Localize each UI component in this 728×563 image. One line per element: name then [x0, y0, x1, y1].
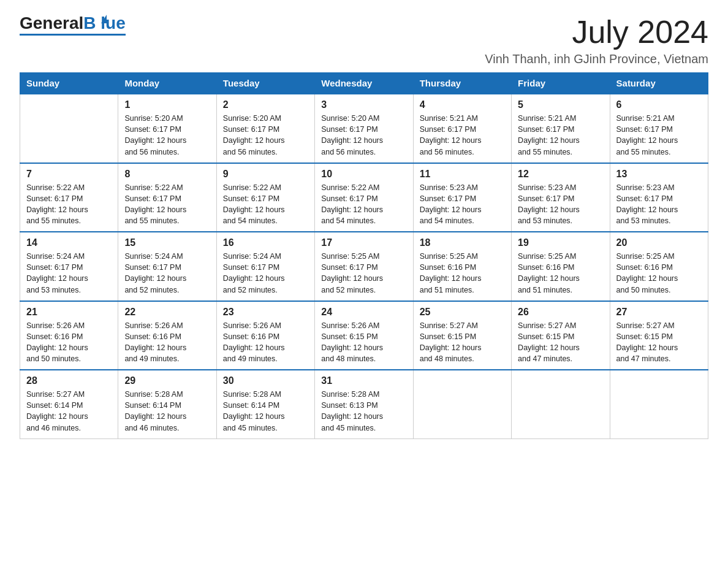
day-info: Sunrise: 5:26 AM Sunset: 6:16 PM Dayligh… — [124, 320, 210, 365]
day-info: Sunrise: 5:20 AM Sunset: 6:17 PM Dayligh… — [124, 113, 210, 158]
weekday-header-saturday: Saturday — [610, 73, 708, 94]
week-row-5: 28Sunrise: 5:27 AM Sunset: 6:14 PM Dayli… — [20, 370, 708, 439]
day-number: 1 — [124, 99, 210, 110]
day-info: Sunrise: 5:27 AM Sunset: 6:15 PM Dayligh… — [420, 320, 505, 365]
month-title: July 2024 — [485, 15, 708, 50]
calendar-cell: 11Sunrise: 5:23 AM Sunset: 6:17 PM Dayli… — [413, 163, 511, 232]
weekday-header-tuesday: Tuesday — [216, 73, 314, 94]
calendar-cell — [413, 370, 511, 439]
weekday-header-monday: Monday — [118, 73, 216, 94]
calendar-cell: 27Sunrise: 5:27 AM Sunset: 6:15 PM Dayli… — [610, 301, 708, 370]
day-number: 29 — [124, 375, 210, 386]
day-info: Sunrise: 5:25 AM Sunset: 6:17 PM Dayligh… — [321, 251, 406, 296]
day-number: 10 — [321, 169, 406, 180]
day-number: 27 — [616, 307, 702, 318]
calendar-cell: 6Sunrise: 5:21 AM Sunset: 6:17 PM Daylig… — [610, 94, 708, 163]
calendar-cell: 12Sunrise: 5:23 AM Sunset: 6:17 PM Dayli… — [512, 163, 610, 232]
day-info: Sunrise: 5:21 AM Sunset: 6:17 PM Dayligh… — [420, 113, 505, 158]
day-number: 6 — [616, 99, 702, 110]
day-number: 16 — [223, 237, 308, 248]
day-info: Sunrise: 5:23 AM Sunset: 6:17 PM Dayligh… — [420, 182, 505, 227]
day-number: 20 — [616, 237, 702, 248]
day-number: 11 — [420, 169, 505, 180]
week-row-2: 7Sunrise: 5:22 AM Sunset: 6:17 PM Daylig… — [20, 163, 708, 232]
calendar-cell: 5Sunrise: 5:21 AM Sunset: 6:17 PM Daylig… — [512, 94, 610, 163]
day-number: 5 — [518, 99, 603, 110]
calendar-cell: 4Sunrise: 5:21 AM Sunset: 6:17 PM Daylig… — [413, 94, 511, 163]
calendar-cell: 31Sunrise: 5:28 AM Sunset: 6:13 PM Dayli… — [315, 370, 413, 439]
weekday-header-thursday: Thursday — [413, 73, 511, 94]
calendar-table: SundayMondayTuesdayWednesdayThursdayFrid… — [20, 72, 708, 439]
day-info: Sunrise: 5:28 AM Sunset: 6:14 PM Dayligh… — [223, 389, 308, 434]
day-number: 13 — [616, 169, 702, 180]
calendar-cell — [512, 370, 610, 439]
day-number: 14 — [26, 237, 112, 248]
day-info: Sunrise: 5:28 AM Sunset: 6:13 PM Dayligh… — [321, 389, 406, 434]
calendar-cell: 20Sunrise: 5:25 AM Sunset: 6:16 PM Dayli… — [610, 232, 708, 301]
day-info: Sunrise: 5:26 AM Sunset: 6:15 PM Dayligh… — [321, 320, 406, 365]
day-number: 17 — [321, 237, 406, 248]
day-info: Sunrise: 5:27 AM Sunset: 6:14 PM Dayligh… — [26, 389, 112, 434]
day-info: Sunrise: 5:25 AM Sunset: 6:16 PM Dayligh… — [616, 251, 702, 296]
calendar-cell: 23Sunrise: 5:26 AM Sunset: 6:16 PM Dayli… — [216, 301, 314, 370]
calendar-cell — [610, 370, 708, 439]
day-info: Sunrise: 5:25 AM Sunset: 6:16 PM Dayligh… — [420, 251, 505, 296]
day-number: 18 — [420, 237, 505, 248]
day-number: 23 — [223, 307, 308, 318]
day-info: Sunrise: 5:23 AM Sunset: 6:17 PM Dayligh… — [518, 182, 603, 227]
calendar-cell: 17Sunrise: 5:25 AM Sunset: 6:17 PM Dayli… — [315, 232, 413, 301]
day-number: 12 — [518, 169, 603, 180]
calendar-cell: 18Sunrise: 5:25 AM Sunset: 6:16 PM Dayli… — [413, 232, 511, 301]
calendar-cell: 25Sunrise: 5:27 AM Sunset: 6:15 PM Dayli… — [413, 301, 511, 370]
day-info: Sunrise: 5:22 AM Sunset: 6:17 PM Dayligh… — [223, 182, 308, 227]
calendar-cell: 1Sunrise: 5:20 AM Sunset: 6:17 PM Daylig… — [118, 94, 216, 163]
calendar-cell: 24Sunrise: 5:26 AM Sunset: 6:15 PM Dayli… — [315, 301, 413, 370]
day-info: Sunrise: 5:26 AM Sunset: 6:16 PM Dayligh… — [223, 320, 308, 365]
day-info: Sunrise: 5:28 AM Sunset: 6:14 PM Dayligh… — [124, 389, 210, 434]
week-row-4: 21Sunrise: 5:26 AM Sunset: 6:16 PM Dayli… — [20, 301, 708, 370]
logo-text: GeneralB lue — [20, 15, 126, 32]
weekday-header-wednesday: Wednesday — [315, 73, 413, 94]
day-number: 15 — [124, 237, 210, 248]
day-number: 7 — [26, 169, 112, 180]
day-number: 19 — [518, 237, 603, 248]
calendar-cell: 22Sunrise: 5:26 AM Sunset: 6:16 PM Dayli… — [118, 301, 216, 370]
calendar-cell: 26Sunrise: 5:27 AM Sunset: 6:15 PM Dayli… — [512, 301, 610, 370]
day-info: Sunrise: 5:24 AM Sunset: 6:17 PM Dayligh… — [26, 251, 112, 296]
calendar-cell: 2Sunrise: 5:20 AM Sunset: 6:17 PM Daylig… — [216, 94, 314, 163]
calendar-cell: 8Sunrise: 5:22 AM Sunset: 6:17 PM Daylig… — [118, 163, 216, 232]
calendar-cell: 30Sunrise: 5:28 AM Sunset: 6:14 PM Dayli… — [216, 370, 314, 439]
calendar-cell: 9Sunrise: 5:22 AM Sunset: 6:17 PM Daylig… — [216, 163, 314, 232]
day-info: Sunrise: 5:22 AM Sunset: 6:17 PM Dayligh… — [26, 182, 112, 227]
day-number: 31 — [321, 375, 406, 386]
calendar-cell: 15Sunrise: 5:24 AM Sunset: 6:17 PM Dayli… — [118, 232, 216, 301]
day-number: 24 — [321, 307, 406, 318]
calendar-cell: 13Sunrise: 5:23 AM Sunset: 6:17 PM Dayli… — [610, 163, 708, 232]
day-info: Sunrise: 5:21 AM Sunset: 6:17 PM Dayligh… — [518, 113, 603, 158]
day-info: Sunrise: 5:27 AM Sunset: 6:15 PM Dayligh… — [616, 320, 702, 365]
day-info: Sunrise: 5:22 AM Sunset: 6:17 PM Dayligh… — [124, 182, 210, 227]
day-info: Sunrise: 5:26 AM Sunset: 6:16 PM Dayligh… — [26, 320, 112, 365]
calendar-cell: 28Sunrise: 5:27 AM Sunset: 6:14 PM Dayli… — [20, 370, 118, 439]
logo-underline — [20, 34, 126, 36]
day-number: 25 — [420, 307, 505, 318]
calendar-cell: 10Sunrise: 5:22 AM Sunset: 6:17 PM Dayli… — [315, 163, 413, 232]
calendar-cell: 14Sunrise: 5:24 AM Sunset: 6:17 PM Dayli… — [20, 232, 118, 301]
calendar-cell: 16Sunrise: 5:24 AM Sunset: 6:17 PM Dayli… — [216, 232, 314, 301]
day-number: 9 — [223, 169, 308, 180]
title-block: July 2024 Vinh Thanh, inh GJinh Province… — [485, 15, 708, 66]
day-number: 21 — [26, 307, 112, 318]
week-row-1: 1Sunrise: 5:20 AM Sunset: 6:17 PM Daylig… — [20, 94, 708, 163]
calendar-cell: 7Sunrise: 5:22 AM Sunset: 6:17 PM Daylig… — [20, 163, 118, 232]
location-title: Vinh Thanh, inh GJinh Province, Vietnam — [485, 52, 708, 66]
logo: GeneralB lue — [20, 15, 126, 36]
day-number: 22 — [124, 307, 210, 318]
calendar-cell: 21Sunrise: 5:26 AM Sunset: 6:16 PM Dayli… — [20, 301, 118, 370]
day-number: 30 — [223, 375, 308, 386]
weekday-header-sunday: Sunday — [20, 73, 118, 94]
calendar-cell: 3Sunrise: 5:20 AM Sunset: 6:17 PM Daylig… — [315, 94, 413, 163]
day-info: Sunrise: 5:24 AM Sunset: 6:17 PM Dayligh… — [223, 251, 308, 296]
day-info: Sunrise: 5:25 AM Sunset: 6:16 PM Dayligh… — [518, 251, 603, 296]
day-number: 4 — [420, 99, 505, 110]
day-info: Sunrise: 5:20 AM Sunset: 6:17 PM Dayligh… — [321, 113, 406, 158]
